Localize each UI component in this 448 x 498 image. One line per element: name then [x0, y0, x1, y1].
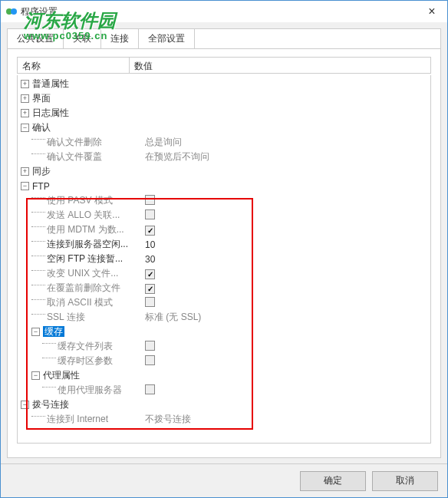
settings-window: 程序设置 × 河东软件园 www.pc0359.cn 公共设置 关联 连接 全部… [0, 0, 448, 498]
value-conn-internet: 不拨号连接 [140, 413, 430, 426]
tree-item-ftp[interactable]: −FTP [18, 179, 430, 193]
tree-item-use-mdtm[interactable]: 使用 MDTM 为数... [18, 223, 430, 237]
minus-icon[interactable]: − [21, 401, 29, 409]
titlebar: 程序设置 × [1, 1, 447, 22]
checkbox-pasv[interactable] [145, 195, 155, 205]
tab-public[interactable]: 公共设置 [8, 29, 64, 48]
value-idle-ftp: 30 [140, 254, 430, 265]
tree-item-dial[interactable]: −拨号连接 [18, 397, 430, 412]
plus-icon[interactable]: + [21, 167, 29, 176]
checkbox-cache-tz[interactable] [145, 355, 155, 365]
tree-item-cache-tz[interactable]: 缓存时区参数 [18, 354, 430, 368]
window-title: 程序设置 [21, 5, 417, 18]
close-button[interactable]: × [417, 1, 447, 22]
tree-item-proxy-props[interactable]: −代理属性 [18, 368, 430, 383]
tree-container: 名称 数值 +普通属性 +界面 +日志属性 −确认 [8, 49, 440, 454]
header-name[interactable]: 名称 [18, 58, 130, 73]
button-bar: 确定 取消 [1, 463, 447, 497]
tree-item-interface[interactable]: +界面 [18, 91, 430, 106]
tab-strip: 公共设置 关联 连接 全部设置 [8, 29, 440, 49]
value-ssl: 标准 (无 SSL) [140, 311, 430, 324]
checkbox-unix[interactable] [145, 269, 155, 279]
tree-item-conn-internet[interactable]: 连接到 Internet 不拨号连接 [18, 412, 430, 427]
value-confirm-overwrite: 在预览后不询问 [140, 150, 430, 163]
tree-item-confirm-overwrite[interactable]: 确认文件覆盖 在预览后不询问 [18, 150, 430, 164]
checkbox-proxy[interactable] [145, 384, 155, 394]
tree-item-ssl[interactable]: SSL 连接 标准 (无 SSL) [18, 310, 430, 325]
tree-item-use-pasv[interactable]: 使用 PASV 模式 [18, 193, 430, 208]
checkbox-allo[interactable] [145, 209, 155, 219]
tree-item-idle-ftp[interactable]: 空闲 FTP 连接暂... 30 [18, 252, 430, 266]
cancel-button[interactable]: 取消 [372, 471, 438, 491]
minus-icon[interactable]: − [31, 371, 40, 380]
tree-body: +普通属性 +界面 +日志属性 −确认 确认文件删除 总是询 [17, 75, 431, 444]
tab-connect[interactable]: 连接 [101, 29, 139, 48]
plus-icon[interactable]: + [21, 80, 29, 88]
minus-icon[interactable]: − [31, 328, 40, 336]
tree-item-normal-props[interactable]: +普通属性 [18, 77, 430, 91]
plus-icon[interactable]: + [21, 94, 29, 103]
tree-item-cache[interactable]: −缓存 [18, 325, 430, 339]
content-area: 公共设置 关联 连接 全部设置 名称 数值 +普通属性 +界面 + [7, 28, 441, 458]
value-conn-idle: 10 [140, 239, 430, 250]
svg-point-1 [11, 8, 17, 15]
tree-item-del-before[interactable]: 在覆盖前删除文件 [18, 281, 430, 295]
checkbox-mdtm[interactable] [145, 226, 155, 236]
checkbox-del-before[interactable] [145, 284, 155, 294]
value-confirm-delete: 总是询问 [140, 136, 430, 149]
tab-assoc[interactable]: 关联 [64, 29, 101, 48]
tree-item-confirm-delete[interactable]: 确认文件删除 总是询问 [18, 135, 430, 150]
tree-item-cancel-ascii[interactable]: 取消 ASCII 模式 [18, 295, 430, 310]
app-icon [5, 5, 18, 18]
header-value[interactable]: 数值 [130, 58, 430, 73]
tab-all[interactable]: 全部设置 [139, 29, 195, 48]
minus-icon[interactable]: − [21, 124, 29, 132]
tree-item-use-proxy[interactable]: 使用代理服务器 [18, 383, 430, 397]
tree-item-cache-file-list[interactable]: 缓存文件列表 [18, 339, 430, 354]
checkbox-cache-file[interactable] [145, 341, 155, 351]
checkbox-ascii[interactable] [145, 297, 155, 307]
tree-item-log-props[interactable]: +日志属性 [18, 106, 430, 120]
tree-header: 名称 数值 [17, 57, 431, 74]
tree-item-confirm[interactable]: −确认 [18, 120, 430, 135]
ok-button[interactable]: 确定 [300, 471, 366, 491]
tree-item-sync[interactable]: +同步 [18, 164, 430, 179]
minus-icon[interactable]: − [21, 182, 29, 190]
tree-item-conn-idle[interactable]: 连接到服务器空闲... 10 [18, 237, 430, 252]
plus-icon[interactable]: + [21, 109, 29, 117]
tree-item-send-allo[interactable]: 发送 ALLO 关联... [18, 208, 430, 223]
tree-item-change-unix[interactable]: 改变 UNIX 文件... [18, 266, 430, 281]
